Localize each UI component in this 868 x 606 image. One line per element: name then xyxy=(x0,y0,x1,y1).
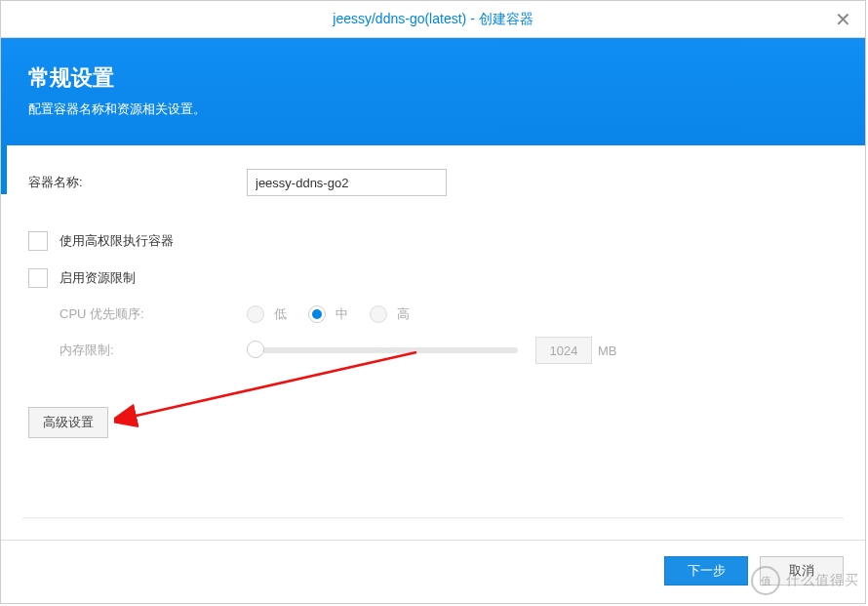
memory-value-input xyxy=(535,337,592,364)
content-wrap: 容器名称: 使用高权限执行容器 启用资源限制 CPU 优先顺序: 低 中 xyxy=(1,145,865,506)
create-container-modal: jeessy/ddns-go(latest) - 创建容器 ✕ 常规设置 配置容… xyxy=(0,0,866,604)
memory-unit-label: MB xyxy=(598,343,617,358)
high-privilege-label: 使用高权限执行容器 xyxy=(59,232,174,250)
modal-title: jeessy/ddns-go(latest) - 创建容器 xyxy=(333,11,533,28)
row-container-name: 容器名称: xyxy=(28,169,844,196)
cpu-radio-high-label: 高 xyxy=(397,305,410,323)
cancel-button[interactable]: 取消 xyxy=(760,556,844,586)
row-resource-limit: 启用资源限制 xyxy=(28,268,844,288)
high-privilege-checkbox[interactable] xyxy=(28,231,48,251)
banner: 常规设置 配置容器名称和资源相关设置。 xyxy=(1,38,865,145)
row-high-privilege: 使用高权限执行容器 xyxy=(28,231,844,251)
cpu-radio-mid-label: 中 xyxy=(335,305,348,323)
banner-subheading: 配置容器名称和资源相关设置。 xyxy=(28,101,838,118)
memory-slider-thumb[interactable] xyxy=(247,341,264,358)
next-button[interactable]: 下一步 xyxy=(664,556,748,586)
cpu-radio-mid[interactable] xyxy=(308,305,326,323)
container-name-label: 容器名称: xyxy=(28,174,247,191)
cpu-priority-radio-group: 低 中 高 xyxy=(247,305,425,323)
row-memory-limit: 内存限制: MB xyxy=(59,337,844,364)
memory-limit-label: 内存限制: xyxy=(59,342,247,359)
footer-divider xyxy=(22,517,844,521)
resource-limit-checkbox[interactable] xyxy=(28,268,48,288)
banner-heading: 常规设置 xyxy=(28,63,838,93)
memory-slider[interactable] xyxy=(247,347,518,353)
footer: 下一步 取消 xyxy=(1,540,865,603)
cpu-priority-label: CPU 优先顺序: xyxy=(59,305,247,323)
advanced-settings-button[interactable]: 高级设置 xyxy=(28,407,108,438)
resource-limit-label: 启用资源限制 xyxy=(59,269,136,287)
close-icon[interactable]: ✕ xyxy=(835,10,851,29)
cpu-radio-low-label: 低 xyxy=(274,305,287,323)
title-bar: jeessy/ddns-go(latest) - 创建容器 ✕ xyxy=(1,1,865,38)
form-content: 容器名称: 使用高权限执行容器 启用资源限制 CPU 优先顺序: 低 中 xyxy=(7,145,865,506)
cpu-radio-low[interactable] xyxy=(247,305,264,323)
cpu-radio-high[interactable] xyxy=(370,305,387,323)
container-name-input[interactable] xyxy=(247,169,447,196)
row-cpu-priority: CPU 优先顺序: 低 中 高 xyxy=(59,305,844,323)
